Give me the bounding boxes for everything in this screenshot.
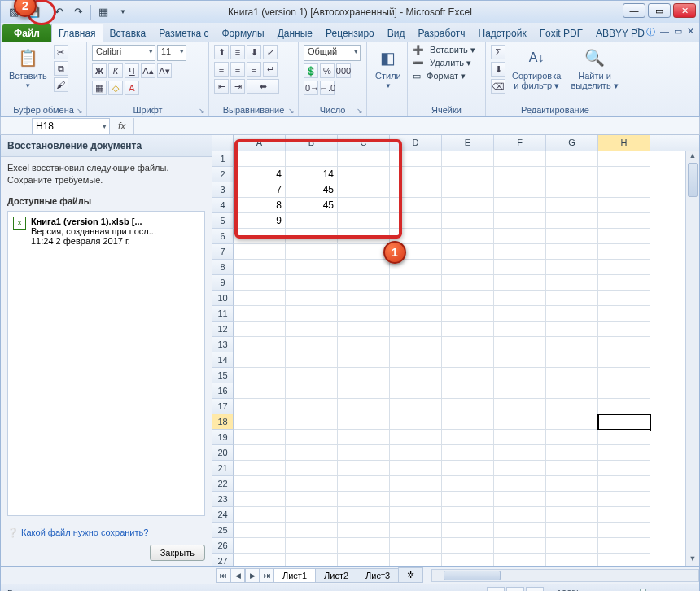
row-header-23[interactable]: 23 [212,492,234,507]
increase-indent-button[interactable]: ⇥ [230,79,245,94]
cell-E24[interactable] [442,507,494,523]
cell-F23[interactable] [494,492,546,507]
cell-A27[interactable] [234,554,286,566]
column-header-F[interactable]: F [494,135,546,151]
recovery-file-item[interactable]: X Книга1 (version 1).xlsb [... Версия, с… [13,217,199,246]
cell-G20[interactable] [546,445,598,461]
wrap-text-button[interactable]: ↵ [263,62,278,77]
cell-A16[interactable] [234,383,286,399]
row-header-17[interactable]: 17 [212,399,234,414]
font-name-select[interactable]: Calibri [92,45,155,61]
cell-G7[interactable] [546,244,598,260]
grow-font-button[interactable]: A▴ [141,63,155,78]
cell-F13[interactable] [494,337,546,352]
cell-B18[interactable] [286,414,338,430]
shrink-font-button[interactable]: A▾ [157,63,172,78]
cell-F1[interactable] [494,151,546,167]
cell-G8[interactable] [546,260,598,275]
scroll-up-icon[interactable]: ▲ [686,151,699,163]
cell-F19[interactable] [494,430,546,445]
cell-A21[interactable] [234,461,286,476]
cell-G19[interactable] [546,430,598,445]
cell-B10[interactable] [286,291,338,306]
vertical-scrollbar[interactable]: ▲ ▼ [685,151,699,566]
doc-restore-icon[interactable]: ▭ [674,26,682,38]
italic-button[interactable]: К [108,63,123,78]
cell-C10[interactable] [338,291,390,306]
increase-decimal-button[interactable]: .0→ [304,81,318,95]
help-icon[interactable]: ⓘ [646,26,655,38]
cell-D14[interactable] [390,352,442,368]
worksheet-grid[interactable]: ABCDEFGH 1241437454845596789101112131415… [212,135,699,566]
cell-D16[interactable] [390,383,442,399]
cell-C26[interactable] [338,538,390,554]
cell-E16[interactable] [442,383,494,399]
cell-H23[interactable] [598,492,650,507]
cell-D23[interactable] [390,492,442,507]
cell-G2[interactable] [546,167,598,182]
column-header-C[interactable]: C [338,135,390,151]
align-left-button[interactable]: ≡ [214,62,229,77]
cell-A9[interactable] [234,275,286,291]
cell-E6[interactable] [442,229,494,244]
cell-F5[interactable] [494,213,546,229]
cell-H8[interactable] [598,260,650,275]
cell-B23[interactable] [286,492,338,507]
row-header-11[interactable]: 11 [212,306,234,322]
cell-D17[interactable] [390,399,442,414]
cell-H16[interactable] [598,383,650,399]
cell-C20[interactable] [338,445,390,461]
align-launcher-icon[interactable]: ↘ [288,107,295,115]
cell-G10[interactable] [546,291,598,306]
close-button[interactable]: ✕ [673,3,696,18]
cell-H1[interactable] [598,151,650,167]
cell-G5[interactable] [546,213,598,229]
row-header-22[interactable]: 22 [212,476,234,492]
new-sheet-button[interactable]: ✲ [398,567,423,583]
cell-C23[interactable] [338,492,390,507]
cell-A5[interactable]: 9 [234,213,286,229]
row-header-15[interactable]: 15 [212,368,234,383]
cell-D22[interactable] [390,476,442,492]
decrease-decimal-button[interactable]: ←.0 [320,81,335,95]
cell-F26[interactable] [494,538,546,554]
cell-F18[interactable] [494,414,546,430]
cell-C27[interactable] [338,554,390,566]
horizontal-scrollbar[interactable] [431,569,699,582]
tab-data[interactable]: Данные [271,24,319,42]
cell-E13[interactable] [442,337,494,352]
recovery-help-link[interactable]: Какой файл нужно сохранить? [21,528,148,537]
cell-G11[interactable] [546,306,598,322]
cell-F6[interactable] [494,229,546,244]
cell-H4[interactable] [598,198,650,213]
cell-B22[interactable] [286,476,338,492]
row-header-7[interactable]: 7 [212,244,234,260]
cell-D1[interactable] [390,151,442,167]
cell-G14[interactable] [546,352,598,368]
cell-B7[interactable] [286,244,338,260]
tab-foxit[interactable]: Foxit PDF [533,24,589,42]
cell-F14[interactable] [494,352,546,368]
column-header-B[interactable]: B [286,135,338,151]
fx-icon[interactable]: fx [118,120,125,132]
column-header-D[interactable]: D [390,135,442,151]
zoom-in-button[interactable]: + [688,589,693,592]
cell-F2[interactable] [494,167,546,182]
percent-button[interactable]: % [320,63,335,78]
cell-C11[interactable] [338,306,390,322]
cell-A2[interactable]: 4 [234,167,286,182]
cell-B14[interactable] [286,352,338,368]
row-header-18[interactable]: 18 [212,414,234,430]
cell-G18[interactable] [546,414,598,430]
cell-E3[interactable] [442,182,494,198]
cell-H15[interactable] [598,368,650,383]
cell-D25[interactable] [390,523,442,538]
cell-A15[interactable] [234,368,286,383]
cell-G22[interactable] [546,476,598,492]
align-bottom-button[interactable]: ⬇ [247,45,261,59]
row-header-20[interactable]: 20 [212,445,234,461]
cell-H27[interactable] [598,554,650,566]
file-tab[interactable]: Файл [2,24,51,42]
cell-E4[interactable] [442,198,494,213]
cell-D18[interactable] [390,414,442,430]
